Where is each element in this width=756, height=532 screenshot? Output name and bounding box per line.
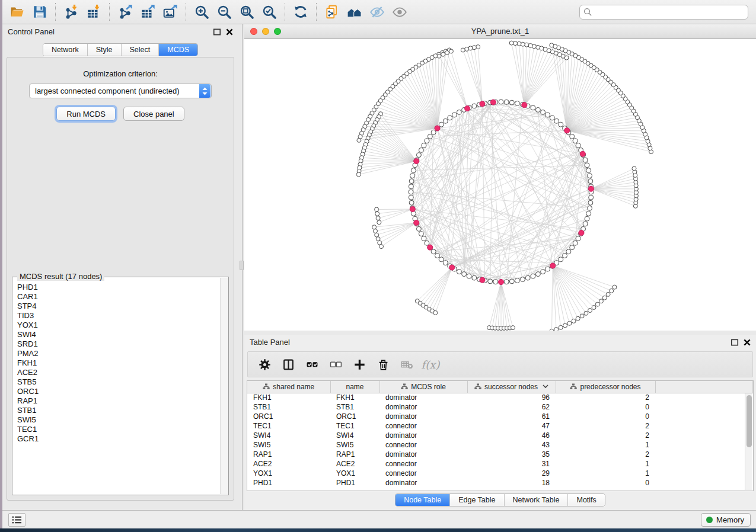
table-cell[interactable]: connector — [379, 421, 467, 431]
table-cell[interactable]: RAP1 — [247, 450, 330, 459]
zoom-in-button[interactable] — [190, 2, 213, 22]
column-header-predecessor-nodes[interactable]: predecessor nodes — [556, 381, 655, 393]
table-cell[interactable]: 1 — [556, 440, 655, 450]
table-cell[interactable]: PHD1 — [247, 478, 330, 488]
mcds-result-item[interactable]: GCR1 — [17, 434, 220, 444]
table-cell[interactable]: 35 — [467, 450, 556, 459]
zoom-out-button[interactable] — [213, 2, 235, 22]
duplicate-network-button[interactable] — [321, 2, 343, 22]
table-cell[interactable]: 0 — [556, 412, 655, 421]
table-cell[interactable]: SWI5 — [330, 440, 379, 450]
table-cell[interactable]: FKH1 — [330, 393, 379, 402]
mcds-list-scrollbar[interactable] — [220, 278, 228, 494]
table-row[interactable]: SWI5SWI5connector431 — [247, 440, 753, 450]
refresh-layout-button[interactable] — [289, 2, 312, 22]
mcds-result-item[interactable]: CAR1 — [17, 292, 220, 302]
mcds-result-item[interactable]: FKH1 — [17, 358, 220, 368]
table-cell[interactable]: dominator — [379, 402, 467, 412]
show-columns-icon[interactable] — [277, 354, 299, 375]
export-table-button[interactable] — [136, 2, 159, 22]
column-header-name[interactable]: name — [330, 381, 379, 393]
table-cell[interactable]: YOX1 — [330, 469, 379, 478]
zoom-fit-button[interactable] — [235, 2, 258, 22]
mcds-result-item[interactable]: TID3 — [17, 311, 220, 321]
first-neighbors-button[interactable] — [343, 2, 366, 22]
table-cell[interactable]: 46 — [467, 431, 556, 440]
table-scrollbar-thumb[interactable] — [747, 395, 752, 447]
table-cell[interactable]: connector — [379, 459, 467, 469]
mcds-result-item[interactable]: STB5 — [17, 377, 220, 387]
panel-splitter[interactable] — [238, 24, 244, 510]
table-scrollbar[interactable] — [745, 393, 752, 490]
mcds-result-item[interactable]: YOX1 — [17, 321, 220, 330]
table-cell[interactable]: STB1 — [247, 402, 330, 412]
import-network-button[interactable] — [60, 2, 82, 22]
table-row[interactable]: STB1STB1dominator620 — [247, 402, 753, 412]
table-cell[interactable]: 43 — [467, 440, 556, 450]
table-cell[interactable]: 31 — [467, 459, 556, 469]
tab-node-table[interactable]: Node Table — [395, 494, 450, 506]
table-cell[interactable]: dominator — [379, 412, 467, 421]
table-cell[interactable]: YOX1 — [247, 469, 330, 478]
mcds-result-item[interactable]: STP4 — [17, 302, 220, 311]
table-cell[interactable]: 61 — [467, 412, 556, 421]
table-cell[interactable]: PHD1 — [330, 478, 379, 488]
table-cell[interactable]: 2 — [556, 393, 655, 402]
mcds-result-item[interactable]: SRD1 — [17, 339, 220, 349]
table-cell[interactable]: FKH1 — [247, 393, 330, 402]
open-file-button[interactable] — [6, 2, 28, 22]
table-cell[interactable]: 0 — [556, 478, 655, 488]
tab-select[interactable]: Select — [122, 44, 160, 56]
table-cell[interactable]: ORC1 — [247, 412, 330, 421]
column-header-shared-name[interactable]: shared name — [247, 381, 330, 393]
search-input[interactable] — [579, 5, 748, 20]
tab-network-table[interactable]: Network Table — [505, 494, 569, 506]
table-cell[interactable]: RAP1 — [330, 450, 379, 459]
float-panel-icon[interactable] — [213, 28, 221, 36]
mcds-result-item[interactable]: SWI5 — [17, 415, 220, 425]
column-header-successor-nodes[interactable]: successor nodes — [467, 381, 556, 393]
tab-style[interactable]: Style — [88, 44, 122, 56]
table-cell[interactable]: 29 — [467, 469, 556, 478]
table-cell[interactable]: 47 — [467, 421, 556, 431]
table-cell[interactable]: dominator — [379, 450, 467, 459]
run-mcds-button[interactable]: Run MCDS — [56, 107, 116, 121]
tab-motifs[interactable]: Motifs — [568, 494, 604, 506]
table-cell[interactable]: 62 — [467, 402, 556, 412]
table-settings-icon[interactable] — [254, 354, 275, 375]
export-image-button[interactable] — [159, 2, 181, 22]
table-cell[interactable]: 1 — [556, 459, 655, 469]
export-network-button[interactable] — [114, 2, 136, 22]
table-cell[interactable]: SWI4 — [247, 431, 330, 440]
mcds-result-list[interactable]: PHD1CAR1STP4TID3YOX1SWI4SRD1PMA2FKH1ACE2… — [13, 278, 220, 494]
table-row[interactable]: SWI4SWI4dominator462 — [247, 431, 753, 440]
memory-button[interactable]: Memory — [701, 513, 751, 527]
table-cell[interactable]: dominator — [379, 393, 467, 402]
network-canvas[interactable] — [244, 39, 756, 331]
table-cell[interactable]: 1 — [556, 469, 655, 478]
optimization-criterion-select[interactable]: largest connected component (undirected) — [29, 84, 212, 98]
table-cell[interactable]: 96 — [467, 393, 556, 402]
table-cell[interactable]: TEC1 — [330, 421, 379, 431]
table-row[interactable]: YOX1YOX1connector291 — [247, 469, 753, 478]
mcds-result-item[interactable]: PHD1 — [17, 283, 220, 292]
task-history-button[interactable] — [8, 513, 25, 527]
table-cell[interactable]: dominator — [379, 478, 467, 488]
table-cell[interactable]: 18 — [467, 478, 556, 488]
table-row[interactable]: TEC1TEC1connector472 — [247, 421, 753, 431]
table-cell[interactable]: 2 — [556, 431, 655, 440]
zoom-selected-button[interactable] — [258, 2, 280, 22]
table-row[interactable]: FKH1FKH1dominator962 — [247, 393, 753, 402]
column-header-mcds-role[interactable]: MCDS role — [379, 381, 467, 393]
select-all-icon[interactable] — [301, 354, 323, 375]
table-row[interactable]: RAP1RAP1dominator352 — [247, 450, 753, 459]
mcds-result-item[interactable]: SWI4 — [17, 330, 220, 339]
network-window-titlebar[interactable]: YPA_prune.txt_1 — [244, 24, 756, 39]
table-cell[interactable]: 0 — [556, 402, 655, 412]
mcds-result-item[interactable]: RAP1 — [17, 396, 220, 406]
table-cell[interactable]: dominator — [379, 431, 467, 440]
table-cell[interactable]: connector — [379, 469, 467, 478]
table-row[interactable]: ORC1ORC1dominator610 — [247, 412, 753, 421]
add-column-icon[interactable] — [349, 354, 370, 375]
mcds-result-item[interactable]: ORC1 — [17, 387, 220, 396]
